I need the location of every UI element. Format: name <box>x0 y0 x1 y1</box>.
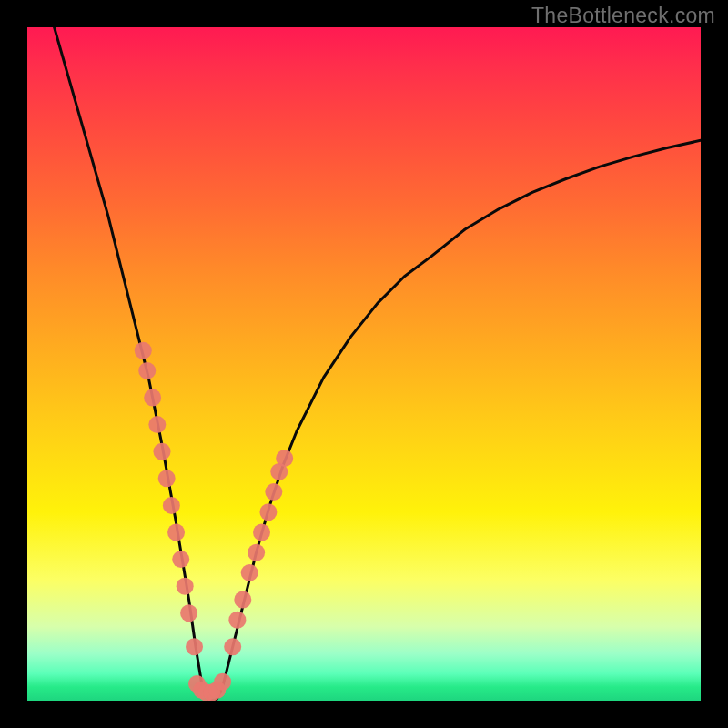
data-marker <box>248 544 265 561</box>
chart-frame: TheBottleneck.com <box>0 0 728 728</box>
data-marker <box>234 592 251 609</box>
data-marker <box>241 564 258 581</box>
data-marker <box>214 673 231 691</box>
watermark-text: TheBottleneck.com <box>531 4 715 28</box>
data-marker <box>135 342 152 359</box>
data-marker <box>154 443 171 460</box>
data-marker <box>186 638 203 655</box>
data-marker <box>163 497 180 514</box>
data-marker <box>276 450 293 467</box>
data-marker <box>259 503 277 521</box>
data-marker <box>177 578 194 595</box>
data-marker <box>228 612 246 629</box>
chart-svg <box>27 27 701 701</box>
data-marker <box>148 416 166 433</box>
data-marker <box>180 604 197 622</box>
data-markers <box>135 342 293 701</box>
plot-area <box>27 27 701 701</box>
data-marker <box>265 483 282 500</box>
data-marker <box>253 524 270 541</box>
data-marker <box>144 389 161 407</box>
data-marker <box>224 638 241 655</box>
data-marker <box>167 524 185 541</box>
data-marker <box>158 470 176 487</box>
data-marker <box>172 551 189 568</box>
data-marker <box>138 362 156 379</box>
